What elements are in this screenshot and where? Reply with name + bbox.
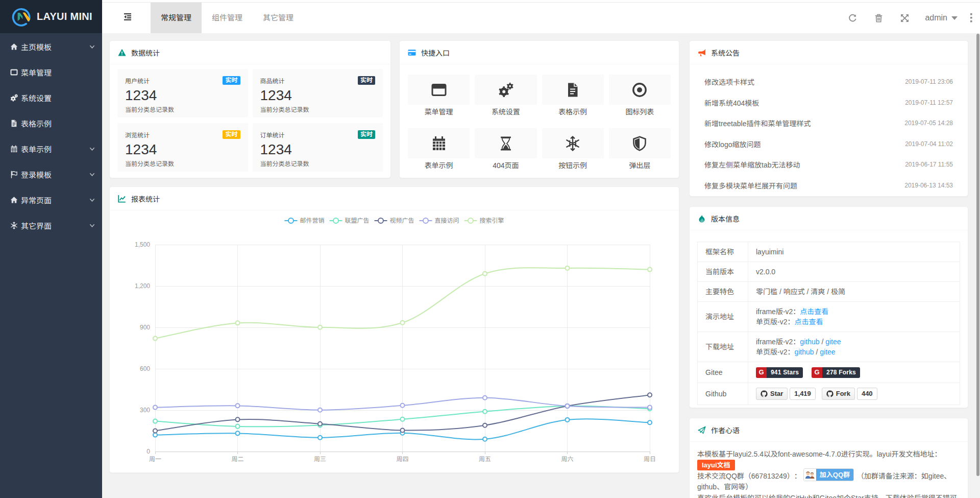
scrollbar-thumb[interactable] [976,34,979,476]
table-row: 演示地址 iframe版-v2：点击查看 单页版-v2：点击查看 [698,302,960,332]
quick-button-demo[interactable]: 按钮示例 [542,128,604,169]
legend-item[interactable]: 视频广告 [375,217,414,224]
download-gitee-link[interactable]: gitee [820,348,835,356]
row-value: Star 1,419 Fork 440 [748,383,960,405]
card-title: 版本信息 [711,214,740,224]
svg-text:900: 900 [140,324,150,331]
github-octocat-icon [761,390,768,397]
table-row: Gitee G941 Stars G278 Forks [698,362,960,383]
qq-avatars-icon [804,469,816,481]
download-gitee-link[interactable]: gitee [825,338,841,346]
svg-text:1,200: 1,200 [135,282,150,290]
stat-caption: 当前分类总记录数 [125,105,240,113]
sidebar-item-other-pages[interactable]: 其它界面 [0,212,102,238]
tab-component-manage[interactable]: 组件管理 [202,3,253,33]
card-author-words: 作者心语 本模板基于layui2.5.4以及font-awesome-4.7.0… [689,418,968,498]
join-qq-group-button[interactable]: 加入QQ群 [803,468,854,481]
sidebar-item-error-pages[interactable]: 异常页面 [0,187,102,212]
row-value: iframe版-v2：github / gitee 单页版-v2：github … [748,332,960,362]
shield-icon [632,136,647,151]
card-title: 作者心语 [711,425,740,435]
header-tools: admin [840,3,980,33]
svg-text:周三: 周三 [314,456,326,463]
download-github-link[interactable]: github [800,338,819,346]
chevron-down-icon [89,223,95,228]
svg-text:600: 600 [140,365,150,372]
app-logo-icon [12,7,31,27]
flag-icon [10,171,18,178]
quick-table-demo[interactable]: 表格示例 [542,75,604,115]
svg-text:周五: 周五 [479,456,491,463]
chevron-down-icon [89,146,95,152]
github-star-button[interactable]: Star 1,419 [756,388,816,400]
sidebar: LAYUI MINI 主页模板 菜单管理 系统设置 表格示例 表单示 [0,0,102,498]
svg-text:周二: 周二 [231,456,243,463]
username: admin [925,13,947,22]
user-menu[interactable]: admin [918,3,963,33]
sidebar-collapse-button[interactable] [120,10,135,23]
row-value: v2.0.0 [748,262,960,282]
sidebar-item-login-template[interactable]: 登录模板 [0,161,102,187]
author-words-header: 作者心语 [690,418,968,442]
app-title: LAYUI MINI [37,11,92,22]
file-text-icon [10,120,18,127]
clear-cache-button[interactable] [866,3,892,33]
row-label: 主要特色 [698,282,748,302]
legend-item[interactable]: 邮件营销 [285,217,325,224]
legend-item[interactable]: 直接访问 [420,217,459,224]
quick-popup-layer[interactable]: 弹出层 [609,128,671,169]
chevron-down-icon [89,197,95,203]
legend-item[interactable]: 搜索引擎 [464,217,504,224]
status-badge: 实时 [358,130,375,139]
sidebar-item-form-demo[interactable]: 表单示例 [0,136,102,161]
tab-general-manage[interactable]: 常规管理 [151,3,202,33]
quick-menu-manage[interactable]: 菜单管理 [408,75,470,115]
row-value: G941 Stars G278 Forks [748,362,960,383]
stat-orders: 订单统计实时 1234 当前分类总记录数 [253,123,383,172]
sidebar-item-menu-manage[interactable]: 菜单管理 [0,59,102,85]
row-value: iframe版-v2：点击查看 单页版-v2：点击查看 [748,302,960,332]
gitee-logo-icon: G [812,367,822,378]
github-fork-button[interactable]: Fork 440 [822,388,877,400]
announcement-item: 修复左侧菜单缩放tab无法移动2019-06-17 11:55 [697,154,960,175]
table-row: 下载地址 iframe版-v2：github / gitee 单页版-v2：gi… [698,332,960,362]
app-logo[interactable]: LAYUI MINI [0,0,102,33]
demo-iframe-link[interactable]: 点击查看 [800,307,828,316]
home-icon [10,196,18,204]
svg-text:搜索引擎: 搜索引擎 [480,217,504,224]
header: 常规管理 组件管理 其它管理 admin [102,0,980,33]
tab-other-manage[interactable]: 其它管理 [253,3,304,33]
more-menu-button[interactable] [963,3,980,33]
row-value: layuimini [748,242,960,262]
sidebar-item-system-settings[interactable]: 系统设置 [0,85,102,110]
quick-404-page[interactable]: 404页面 [475,128,536,169]
legend-item[interactable]: 联盟广告 [330,217,370,224]
stat-goods: 商品统计实时 1234 当前分类总记录数 [253,69,383,117]
report-chart: 03006009001,2001,500周一周二周三周四周五周六周日邮件营销联盟… [110,210,679,467]
row-label: Github [698,383,748,405]
author-paragraph: 本模板基于layui2.5.4以及font-awesome-4.7.0进行实现。… [697,449,960,470]
layui-doc-button[interactable]: layui文档 [697,460,735,470]
sidebar-item-home-template[interactable]: 主页模板 [0,34,102,59]
line-chart-icon [118,195,126,203]
announcement-list: 修改选项卡样式2019-07-11 23:06 新增系统404模板2019-07… [690,64,968,197]
demo-spa-link[interactable]: 点击查看 [794,318,823,326]
svg-text:1,500: 1,500 [135,241,150,248]
snowflake-icon [10,222,18,229]
quick-system-settings[interactable]: 系统设置 [475,75,536,115]
sidebar-item-table-demo[interactable]: 表格示例 [0,110,102,136]
card-title: 系统公告 [711,48,740,58]
download-github-link[interactable]: github [794,348,814,356]
card-title: 快捷入口 [421,48,450,58]
fullscreen-button[interactable] [892,3,918,33]
announcement-item: 修复多模块菜单栏展开有问题2019-06-13 14:53 [697,175,960,196]
gitee-stars-badge[interactable]: G941 Stars [756,367,803,378]
quick-icon-list[interactable]: 图标列表 [609,75,671,115]
gitee-forks-badge[interactable]: G278 Forks [812,367,860,378]
content-scroll: 数据统计 用户统计实时 1234 当前分类总记录数 商品统计实时 1234 [102,33,980,498]
quick-form-demo[interactable]: 表单示例 [408,128,470,169]
caret-down-icon [951,16,958,20]
tab-bar: 常规管理 组件管理 其它管理 [151,3,304,33]
stat-caption: 当前分类总记录数 [260,105,376,113]
refresh-button[interactable] [840,3,866,33]
